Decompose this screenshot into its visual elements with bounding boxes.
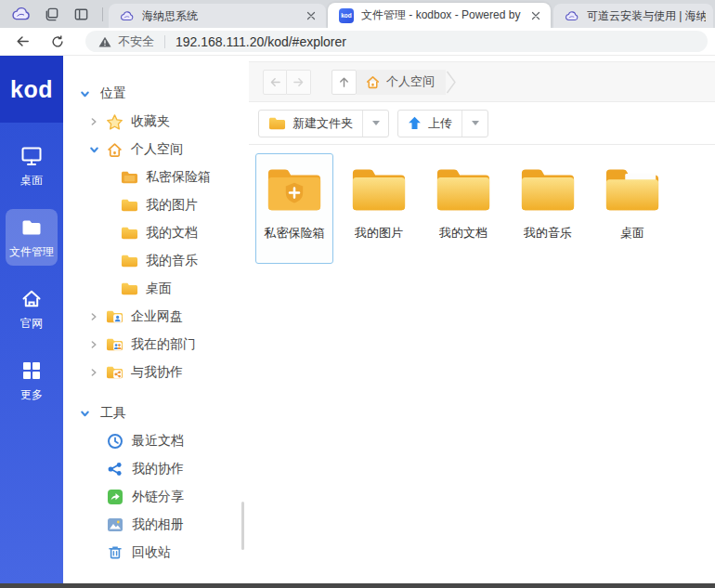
reload-icon[interactable] — [46, 31, 69, 53]
close-icon[interactable] — [304, 8, 318, 23]
cloud-favicon — [120, 8, 135, 23]
tree-item-favorites[interactable]: 收藏夹 — [63, 108, 249, 136]
explorer-toolbar: 新建文件夹 上传 — [249, 102, 715, 145]
upload-arrow-icon — [408, 116, 422, 130]
grid-icon — [20, 359, 44, 383]
file-item-my-pictures[interactable]: 我的图片 — [340, 153, 418, 264]
app-rail: kod 桌面 文件管理 官网 更多 — [0, 56, 63, 583]
chevron-right-icon[interactable] — [89, 340, 101, 349]
tree-item-my-collaboration[interactable]: 我的协作 — [63, 455, 249, 483]
tree-item-recent-documents[interactable]: 最近文档 — [63, 427, 249, 455]
folder-icon — [20, 216, 44, 240]
explorer-header: 个人空间 — [249, 61, 715, 102]
rail-item-desktop[interactable]: 桌面 — [6, 137, 58, 194]
kodbox-page: kod 桌面 文件管理 官网 更多 位置 — [0, 56, 715, 583]
rail-item-file-manager[interactable]: 文件管理 — [6, 209, 58, 266]
tree-item-shared-with-me[interactable]: 与我协作 — [63, 359, 249, 386]
new-folder-button[interactable]: 新建文件夹 — [258, 110, 389, 137]
tree-item-my-pictures[interactable]: 我的图片 — [63, 191, 249, 219]
safe-folder-icon — [121, 170, 139, 185]
back-icon[interactable] — [11, 31, 33, 53]
share-nodes-icon — [107, 461, 125, 477]
upload-dropdown[interactable] — [462, 111, 488, 137]
tree-item-private-safe[interactable]: 私密保险箱 — [63, 163, 249, 191]
security-label: 不安全 — [118, 33, 154, 50]
new-folder-dropdown[interactable] — [363, 111, 388, 137]
tree-section-tools[interactable]: 工具 — [63, 399, 249, 427]
file-item-desktop[interactable]: 桌面 — [593, 153, 671, 264]
folder-icon — [519, 164, 577, 215]
divider — [102, 7, 103, 21]
tab-kodbox-file-manager[interactable]: kod 文件管理 - kodbox - Powered by — [328, 3, 551, 28]
close-icon[interactable] — [528, 8, 543, 23]
tree-item-my-albums[interactable]: 我的相册 — [63, 511, 249, 539]
kod-favicon: kod — [339, 8, 354, 23]
go-up-button[interactable] — [332, 70, 357, 95]
tab-kodcloud-docs[interactable]: 可道云安装与使用 | 海纳思 — [553, 4, 713, 28]
share-folder-icon — [106, 365, 124, 380]
photo-icon — [107, 516, 125, 533]
caret-down-icon — [372, 121, 380, 125]
tree-item-my-department[interactable]: 我在的部门 — [63, 331, 249, 359]
url-text: 192.168.111.20/kod/#explorer — [176, 34, 346, 49]
kod-logo[interactable]: kod — [0, 56, 63, 123]
history-back-button[interactable] — [263, 70, 287, 95]
tree-item-my-documents[interactable]: 我的文档 — [63, 219, 249, 247]
cloud-favicon — [565, 8, 579, 23]
screen: 海纳思系统 kod 文件管理 - kodbox - Powered by 可道云… — [0, 0, 715, 588]
chevron-right-icon[interactable] — [89, 368, 101, 377]
tab-actions-icon[interactable] — [39, 2, 63, 26]
home-icon — [106, 141, 124, 159]
history-forward-button[interactable] — [287, 70, 311, 95]
folder-icon — [435, 164, 492, 215]
rail-item-official-site[interactable]: 官网 — [6, 281, 58, 337]
taskbar-edge — [0, 583, 715, 588]
browser-nav-bar: 不安全 192.168.111.20/kod/#explorer — [0, 28, 715, 56]
file-item-my-documents[interactable]: 我的文档 — [424, 153, 502, 264]
tree-item-desktop[interactable]: 桌面 — [63, 275, 249, 303]
folder-icon — [121, 254, 139, 268]
tree-item-external-share[interactable]: 外链分享 — [63, 483, 249, 511]
upload-button[interactable]: 上传 — [397, 110, 488, 137]
enterprise-folder-icon — [106, 309, 124, 324]
file-item-my-music[interactable]: 我的音乐 — [509, 153, 587, 264]
folder-icon — [268, 116, 286, 131]
file-item-private-safe[interactable]: 私密保险箱 — [255, 153, 333, 264]
tree-item-personal-space[interactable]: 个人空间 — [63, 136, 249, 163]
folder-icon — [121, 198, 139, 213]
star-icon — [106, 113, 124, 131]
chevron-right-icon[interactable] — [89, 117, 101, 126]
address-bar[interactable]: 不安全 192.168.111.20/kod/#explorer — [85, 31, 708, 52]
tree-item-recycle-bin[interactable]: 回收站 — [63, 539, 249, 567]
tab-hainasi-system[interactable]: 海纳思系统 — [109, 4, 326, 28]
caret-down-icon — [472, 121, 479, 125]
tree-section-location[interactable]: 位置 — [63, 80, 249, 108]
chevron-right-icon[interactable] — [89, 312, 101, 321]
chevron-down-icon[interactable] — [89, 145, 101, 155]
tree-scrollbar-thumb[interactable] — [241, 502, 244, 550]
clock-icon — [107, 433, 125, 450]
tree-item-enterprise-drive[interactable]: 企业网盘 — [63, 303, 249, 331]
explorer-main: 个人空间 新建文件夹 上传 — [249, 56, 715, 583]
tree-item-my-music[interactable]: 我的音乐 — [63, 247, 249, 275]
chevron-down-icon[interactable] — [80, 89, 92, 99]
monitor-icon — [20, 144, 44, 168]
folder-icon — [121, 226, 139, 241]
browser-cloud-logo-icon — [9, 2, 33, 26]
chevron-down-icon[interactable] — [80, 409, 92, 419]
home-icon — [365, 74, 381, 90]
not-secure-warning-icon — [98, 36, 111, 47]
breadcrumb-root[interactable]: 个人空间 — [357, 70, 446, 95]
file-grid: 私密保险箱 我的图片 我的文档 我的音乐 桌面 — [249, 146, 715, 583]
link-share-icon — [107, 489, 125, 505]
rail-item-more[interactable]: 更多 — [6, 352, 58, 409]
divider — [164, 35, 165, 48]
browser-tab-bar: 海纳思系统 kod 文件管理 - kodbox - Powered by 可道云… — [0, 0, 715, 28]
folder-icon — [350, 164, 408, 215]
safe-folder-icon — [266, 164, 323, 215]
department-folder-icon — [106, 337, 124, 352]
sidebar-toggle-icon[interactable] — [69, 2, 93, 26]
breadcrumb-separator-icon — [446, 70, 457, 95]
tab-title: 文件管理 - kodbox - Powered by — [361, 7, 525, 23]
home-icon — [20, 287, 44, 311]
